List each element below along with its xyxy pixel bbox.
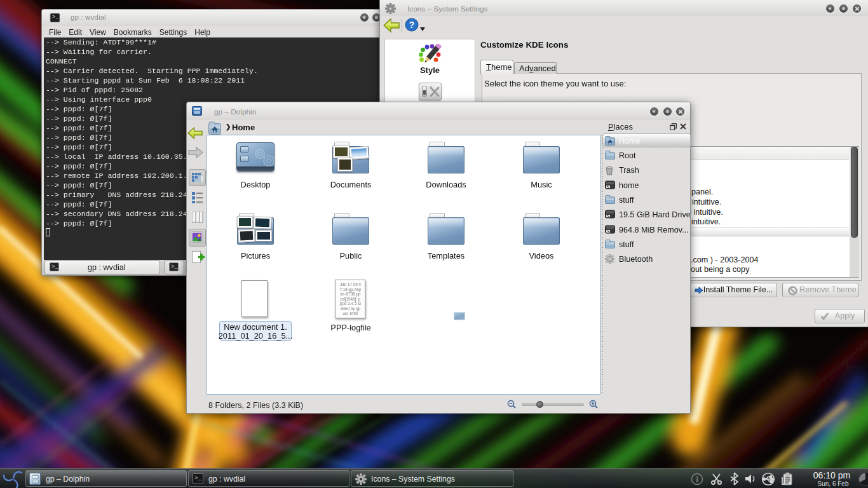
svg-text:?: ? bbox=[409, 20, 415, 30]
svg-text:i: i bbox=[696, 475, 698, 484]
